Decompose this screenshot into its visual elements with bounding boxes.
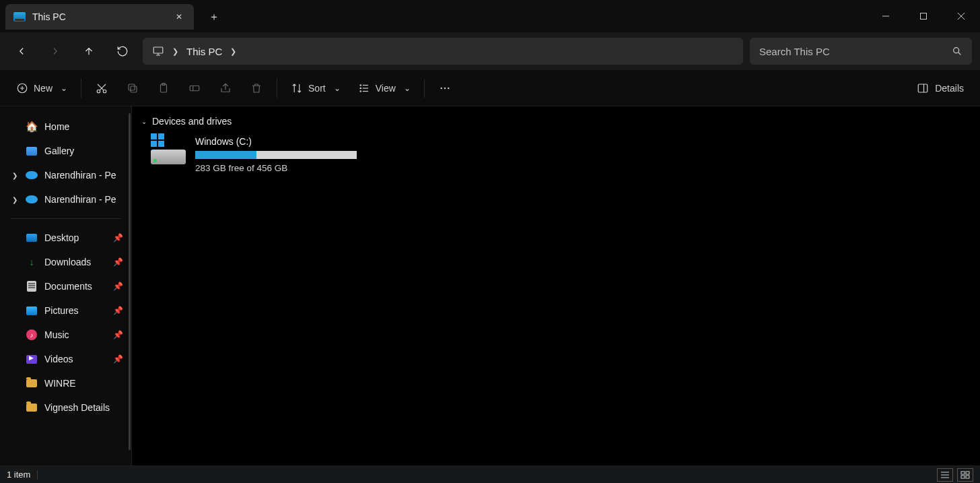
rename-button[interactable]	[181, 76, 208, 100]
sidebar-item-downloads[interactable]: ↓Downloads📌	[3, 250, 129, 274]
sidebar-item-label: Narendhiran - Pe	[44, 170, 116, 181]
details-button-label: Details	[935, 83, 964, 94]
home-icon: 🏠	[26, 121, 38, 133]
pin-icon: 📌	[113, 257, 123, 267]
sidebar-item-label: Documents	[44, 281, 92, 292]
sidebar-item-narendhiran-pe[interactable]: ❯Narendhiran - Pe	[3, 163, 129, 187]
pic-icon	[26, 304, 38, 317]
drive-icon	[151, 137, 186, 164]
sidebar-item-pictures[interactable]: Pictures📌	[3, 298, 129, 323]
svg-rect-10	[129, 84, 135, 90]
sidebar-item-label: Downloads	[44, 257, 91, 267]
breadcrumb-segment[interactable]: This PC	[186, 46, 222, 57]
sidebar-item-documents[interactable]: Documents📌	[3, 274, 129, 298]
address-bar[interactable]: ❯ This PC ❯	[143, 38, 743, 65]
new-tab-button[interactable]: ＋	[201, 4, 228, 30]
divider	[81, 79, 81, 98]
pin-icon: 📌	[113, 354, 123, 364]
sort-button-label: Sort	[308, 83, 326, 94]
search-input[interactable]: Search This PC	[750, 38, 972, 65]
group-header[interactable]: ⌄ Devices and drives	[141, 113, 971, 132]
doc-icon	[26, 280, 38, 292]
sidebar-item-home[interactable]: 🏠Home	[3, 115, 129, 139]
svg-point-15	[360, 88, 361, 89]
drive-name: Windows (C:)	[195, 136, 357, 147]
this-pc-icon	[13, 12, 26, 22]
chevron-down-icon[interactable]: ⌄	[141, 118, 147, 125]
sort-button[interactable]: Sort	[284, 76, 347, 100]
svg-point-8	[103, 90, 106, 93]
paste-button[interactable]	[150, 76, 177, 100]
sidebar-item-music[interactable]: ♪Music📌	[3, 323, 129, 347]
delete-button[interactable]	[243, 76, 270, 100]
chevron-right-icon[interactable]: ❯	[172, 47, 178, 56]
gallery-icon	[26, 145, 38, 157]
svg-point-7	[97, 90, 100, 93]
tab-title: This PC	[32, 11, 66, 22]
sidebar-item-label: WINRE	[44, 378, 76, 389]
desktop-icon	[26, 232, 38, 244]
view-button[interactable]: View	[351, 76, 417, 100]
svg-point-5	[954, 48, 959, 53]
sidebar-item-videos[interactable]: Videos📌	[3, 347, 129, 371]
svg-rect-4	[153, 47, 163, 53]
sidebar-separator	[11, 218, 120, 219]
sidebar-item-label: Gallery	[44, 146, 74, 156]
sidebar-item-label: Desktop	[44, 232, 79, 243]
cloud-icon	[26, 193, 38, 205]
new-button-label: New	[34, 83, 53, 94]
details-view-button[interactable]	[937, 468, 953, 482]
drive-item[interactable]: Windows (C:)283 GB free of 456 GB	[141, 132, 370, 177]
music-icon: ♪	[26, 329, 38, 341]
active-tab[interactable]: This PC ✕	[5, 4, 194, 30]
search-icon	[952, 46, 963, 57]
item-count: 1 item	[7, 470, 30, 480]
title-bar: This PC ✕ ＋	[0, 0, 980, 32]
chevron-right-icon[interactable]: ❯	[12, 196, 18, 203]
back-button[interactable]	[8, 38, 35, 65]
sidebar-item-label: Videos	[44, 354, 73, 364]
content-pane[interactable]: ⌄ Devices and drives Windows (C:)283 GB …	[132, 106, 980, 465]
navigation-sidebar[interactable]: 🏠HomeGallery❯Narendhiran - Pe❯Narendhira…	[0, 106, 132, 465]
divider	[424, 79, 425, 98]
copy-button[interactable]	[119, 76, 146, 100]
chevron-right-icon[interactable]: ❯	[230, 47, 236, 56]
svg-point-14	[360, 84, 361, 86]
svg-rect-27	[966, 476, 969, 478]
refresh-button[interactable]	[109, 38, 136, 65]
chevron-right-icon[interactable]: ❯	[12, 172, 18, 179]
divider	[277, 79, 277, 98]
sidebar-item-vignesh-details[interactable]: Vignesh Details	[3, 395, 129, 420]
sidebar-item-gallery[interactable]: Gallery	[3, 139, 129, 163]
sidebar-item-label: Music	[44, 329, 69, 340]
scrollbar-thumb[interactable]	[129, 113, 131, 450]
close-window-button[interactable]	[942, 0, 980, 32]
close-tab-button[interactable]: ✕	[172, 10, 186, 24]
more-button[interactable]	[431, 76, 458, 100]
sidebar-item-winre[interactable]: WINRE	[3, 371, 129, 395]
new-button[interactable]: New	[9, 76, 74, 100]
svg-point-18	[444, 87, 446, 88]
thumbnails-view-button[interactable]	[957, 468, 973, 482]
window-controls	[867, 0, 980, 32]
file-explorer-window: This PC ✕ ＋	[0, 0, 980, 483]
sidebar-item-desktop[interactable]: Desktop📌	[3, 226, 129, 250]
drive-free-text: 283 GB free of 456 GB	[195, 163, 357, 173]
maximize-button[interactable]	[905, 0, 942, 32]
cut-button[interactable]	[88, 76, 115, 100]
folder-icon	[26, 401, 38, 414]
sidebar-item-narendhiran-pe[interactable]: ❯Narendhiran - Pe	[3, 187, 129, 212]
svg-rect-1	[921, 13, 927, 20]
pin-icon: 📌	[113, 233, 123, 243]
minimize-button[interactable]	[867, 0, 905, 32]
forward-button[interactable]	[42, 38, 69, 65]
pin-icon: 📌	[113, 282, 123, 291]
svg-point-16	[360, 90, 361, 92]
status-bar: 1 item	[0, 465, 980, 483]
share-button[interactable]	[212, 76, 239, 100]
details-pane-button[interactable]: Details	[909, 76, 971, 100]
download-icon: ↓	[26, 256, 38, 268]
up-button[interactable]	[75, 38, 102, 65]
view-button-label: View	[376, 83, 396, 94]
sidebar-item-label: Vignesh Details	[44, 402, 110, 413]
